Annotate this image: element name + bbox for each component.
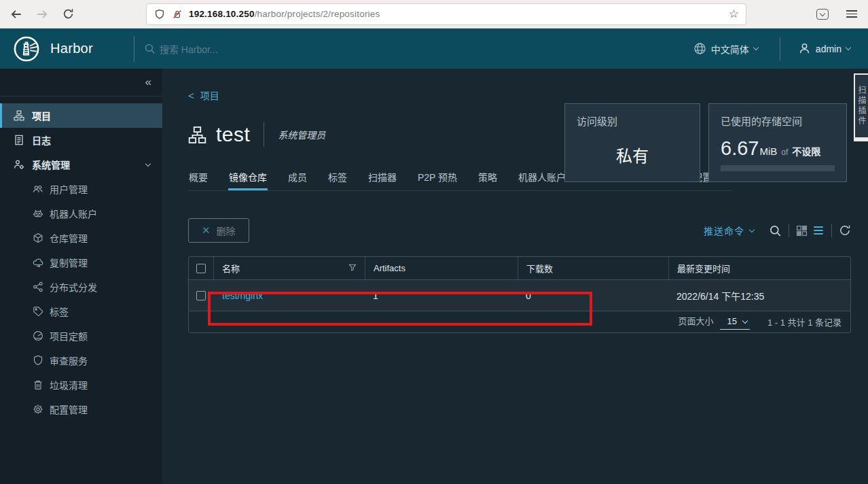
- list-view-icon[interactable]: [812, 224, 825, 237]
- sidebar-item-label: 机器人账户: [50, 207, 97, 220]
- access-level-value: 私有: [577, 143, 688, 167]
- pocket-icon[interactable]: [816, 9, 829, 20]
- select-all-checkbox[interactable]: [196, 264, 206, 273]
- tab-robot-accounts[interactable]: 机器人账户: [518, 170, 566, 190]
- distribution-share-icon: [33, 281, 43, 292]
- users-icon: [33, 184, 43, 194]
- tracking-protection-shield-icon[interactable]: [153, 8, 166, 20]
- bookmark-star-icon[interactable]: ☆: [729, 8, 739, 20]
- browser-back-icon[interactable]: [10, 7, 23, 21]
- toolbar-divider: [789, 224, 789, 237]
- search-icon: [144, 43, 156, 54]
- column-header-updated[interactable]: 最新变更时间: [677, 262, 730, 275]
- sidebar-item-users[interactable]: 用户管理: [0, 177, 162, 201]
- page-size-select[interactable]: 15: [720, 316, 749, 330]
- page-size-value: 15: [727, 316, 736, 326]
- harbor-brand[interactable]: Harbor: [14, 36, 93, 62]
- chevron-down-icon: [145, 161, 151, 167]
- filter-search-icon[interactable]: [769, 224, 782, 237]
- repositories-table: 名称 Artifacts 下载数 最新变更时间 test/nginx 1 0 2…: [188, 256, 851, 333]
- user-menu[interactable]: admin: [798, 42, 850, 55]
- sidebar-item-label: 项目: [32, 109, 51, 122]
- browser-reload-icon[interactable]: [61, 7, 75, 21]
- tab-policy[interactable]: 策略: [477, 170, 498, 190]
- table-footer: 页面大小 15 1 - 1 共计 1 条记录: [189, 311, 850, 332]
- sidebar-item-garbage-collection[interactable]: 垃圾清理: [0, 373, 162, 397]
- sidebar-item-label: 分布式分发: [50, 280, 97, 294]
- toolbar-divider: [831, 224, 832, 237]
- sidebar-item-label: 配置管理: [50, 402, 88, 416]
- sidebar-item-projects[interactable]: 项目: [0, 103, 162, 128]
- sidebar-item-administration[interactable]: 系统管理: [0, 152, 162, 177]
- insecure-lock-icon[interactable]: [171, 8, 183, 20]
- sidebar-item-labels[interactable]: 标签: [0, 299, 162, 324]
- table-row[interactable]: test/nginx 1 0 2022/6/14 下午12:35: [189, 280, 850, 311]
- gear-icon: [33, 404, 43, 415]
- pagination-range: 1 - 1 共计 1 条记录: [767, 315, 842, 328]
- label-tag-icon: [33, 306, 43, 317]
- row-checkbox[interactable]: [196, 291, 206, 300]
- browser-address-bar[interactable]: 192.168.10.250/harbor/projects/2/reposit…: [146, 3, 746, 25]
- quota-gauge-icon: [33, 330, 43, 341]
- access-level-label: 访问级别: [577, 114, 688, 128]
- chevron-down-icon: [742, 317, 748, 323]
- sidebar-collapse-icon[interactable]: «: [145, 75, 151, 89]
- chevron-down-icon: [753, 45, 759, 50]
- delete-button-label: 删除: [217, 224, 236, 237]
- browser-menu-icon[interactable]: [846, 10, 857, 18]
- push-command-label: 推送命令: [704, 224, 744, 237]
- browser-forward-icon[interactable]: [35, 7, 49, 21]
- storage-unit: MiB: [759, 145, 777, 157]
- sidebar-item-logs[interactable]: 日志: [0, 128, 162, 152]
- tab-labels[interactable]: 标签: [327, 170, 348, 190]
- extension-edge-tab[interactable]: 扫描插件: [854, 73, 868, 141]
- breadcrumb-link-projects[interactable]: 项目: [200, 88, 219, 102]
- url-text: 192.168.10.250/harbor/projects/2/reposit…: [189, 9, 380, 19]
- tab-scanner[interactable]: 扫描器: [367, 170, 397, 190]
- column-header-name[interactable]: 名称: [222, 262, 240, 275]
- sidebar-item-label: 用户管理: [50, 182, 88, 196]
- globe-icon: [693, 42, 706, 55]
- sidebar-item-replications[interactable]: 复制管理: [0, 250, 162, 275]
- sidebar-item-robot-accounts[interactable]: 机器人账户: [0, 201, 162, 226]
- logs-icon: [14, 135, 24, 145]
- chevron-down-icon: [749, 226, 755, 232]
- tab-summary[interactable]: 概要: [188, 170, 209, 190]
- language-selector[interactable]: 中文简体: [693, 42, 758, 56]
- trash-icon: [33, 379, 43, 390]
- title-divider: [264, 122, 264, 147]
- push-command-dropdown[interactable]: 推送命令: [704, 224, 754, 237]
- tab-p2p-preheat[interactable]: P2P 预热: [417, 170, 458, 190]
- sidebar-item-registries[interactable]: 仓库管理: [0, 226, 162, 250]
- storage-card: 已使用的存储空间 6.67 MiB of 不设限: [708, 103, 847, 182]
- refresh-icon[interactable]: [839, 224, 851, 237]
- sidebar-item-configuration[interactable]: 配置管理: [0, 397, 162, 421]
- delete-button[interactable]: ✕ 删除: [188, 218, 249, 243]
- sidebar-item-distributions[interactable]: 分布式分发: [0, 275, 162, 299]
- replication-cloud-icon: [33, 257, 43, 268]
- storage-label: 已使用的存储空间: [721, 114, 835, 128]
- url-host: 192.168.10.250: [189, 9, 255, 19]
- updated-time: 2022/6/14 下午12:35: [676, 291, 764, 302]
- global-search[interactable]: 搜索 Harbor...: [144, 42, 218, 56]
- breadcrumb[interactable]: < 项目: [188, 88, 219, 102]
- sidebar-item-label: 项目定额: [50, 329, 88, 343]
- column-header-pulls[interactable]: 下载数: [526, 262, 553, 275]
- url-path: /harbor/projects/2/repositories: [255, 9, 380, 19]
- sidebar-item-interrogation-services[interactable]: 审查服务: [0, 348, 162, 373]
- card-view-icon[interactable]: [796, 225, 808, 237]
- repository-link[interactable]: test/nginx: [222, 290, 263, 301]
- robot-icon: [33, 208, 43, 219]
- tab-members[interactable]: 成员: [287, 170, 308, 190]
- storage-quota: 不设限: [792, 144, 820, 158]
- browser-toolbar: 192.168.10.250/harbor/projects/2/reposit…: [0, 0, 868, 29]
- filter-funnel-icon[interactable]: [348, 263, 357, 273]
- harbor-logo-icon: [14, 36, 39, 62]
- tab-repositories[interactable]: 镜像仓库: [228, 170, 268, 190]
- sidebar-item-project-quotas[interactable]: 项目定额: [0, 324, 162, 348]
- sidebar-item-label: 复制管理: [50, 256, 88, 269]
- column-header-artifacts[interactable]: Artifacts: [374, 263, 405, 273]
- sidebar-item-label: 审查服务: [50, 353, 88, 367]
- shield-icon: [33, 355, 43, 366]
- username: admin: [816, 44, 842, 54]
